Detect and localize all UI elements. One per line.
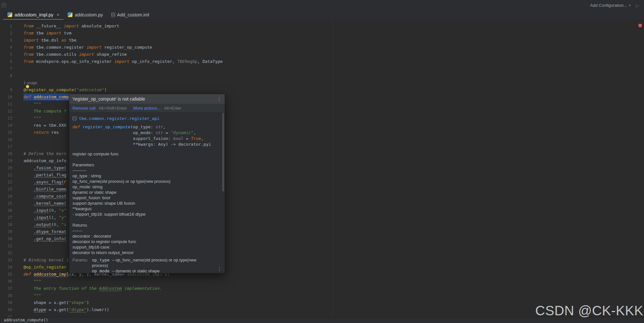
token-sdoc: The compute f (24, 109, 66, 113)
doc-line: register op compute func (72, 151, 222, 157)
line-number: 40 (0, 306, 12, 313)
param-name: op_mode (92, 269, 112, 273)
line-number: 15 (0, 129, 12, 136)
line-number: 31 (0, 242, 12, 250)
signature-line: def register_op_compute(op_type: str, (72, 124, 222, 130)
token-kw: import (24, 38, 41, 43)
code-line: from tbe import tvm (24, 30, 644, 37)
doc-more-icon[interactable]: ⋮ (217, 266, 222, 271)
line-number: 6 (0, 58, 12, 65)
token-pl: tbe (36, 31, 46, 35)
token-pl (24, 165, 33, 170)
token-str: "x" (59, 208, 66, 213)
token-kw: def (72, 124, 82, 129)
line-number: 29 (0, 228, 12, 235)
line-number: 25 (0, 200, 12, 207)
python-file-icon (7, 12, 12, 17)
popup-scrollbar[interactable] (222, 113, 224, 191)
token-pl: absolute_import (81, 24, 119, 28)
token-pl: = x.get( (46, 307, 69, 312)
token-kw: import (46, 31, 64, 35)
error-stripe-badge[interactable] (639, 24, 642, 27)
token-pl: ( (49, 215, 51, 220)
token-pl: ).lower() (87, 307, 109, 312)
token-ul: .kernel_name( (33, 201, 66, 206)
doc-line: ---------- (72, 168, 222, 173)
token-pl (24, 208, 33, 213)
line-number: 34 (0, 264, 12, 271)
token-kw: from (24, 31, 36, 35)
token-pl: shape_refine (97, 52, 127, 57)
token-pl (24, 229, 33, 234)
doc-line: decorator to return output_tensor (72, 250, 222, 255)
inlay-text[interactable]: 1 usage (24, 81, 37, 85)
line-number: 9 (0, 86, 12, 93)
doc-line: op_type : string (72, 173, 222, 179)
token-pl (24, 236, 33, 241)
doc-line: decorator to register compute func (72, 239, 222, 244)
token-pl: tbe.common.register (36, 45, 87, 50)
popup-actions: Remove callAlt+Shift+EnterMore actions..… (69, 104, 225, 113)
token-ty: str (156, 124, 163, 129)
tab-addcustom.py[interactable]: addcustom.py (63, 10, 107, 20)
right-margin-guide (333, 20, 333, 317)
token-kw: as (61, 38, 69, 43)
popup-header: 'register_op_compute' is not callable ⋮ (69, 94, 225, 104)
token-str: "dynamic" (171, 130, 193, 135)
token-pl: , (201, 136, 204, 141)
token-kw: def (24, 272, 33, 277)
params-values: op_type – op_func_name(old process) or o… (92, 257, 198, 273)
run-icon[interactable]: ▷ (636, 3, 639, 8)
params-label: Params: (72, 257, 88, 273)
line-number: 5 (0, 51, 12, 58)
token-pl: ( (51, 222, 54, 227)
code-line: from __future__ import absolute_import (24, 23, 644, 30)
line-number: 23 (0, 186, 12, 193)
tab-label: addcustom_impl.py (14, 12, 53, 17)
token-pl: op_info_register, (132, 59, 177, 64)
token-str: "shape" (69, 300, 87, 305)
tab-Add_custom.iml[interactable]: Add_custom.iml (107, 10, 154, 20)
run-config-selector[interactable]: Add Configuration... ▾ (590, 3, 631, 8)
token-pl: , (54, 208, 59, 213)
token-pl: = (163, 130, 171, 135)
code-line (24, 72, 644, 79)
line-number: 38 (0, 292, 12, 299)
token-str: "addcustom" (76, 87, 104, 92)
token-ul: dtype (33, 307, 46, 312)
code-line: import tbe.dsl as tbe (24, 37, 644, 44)
token-kw: import (64, 24, 81, 28)
token-kw: import (87, 45, 104, 50)
api-module-link[interactable]: tbe.common.register.register_api (79, 116, 159, 121)
more-actions-link[interactable]: More actions... (133, 106, 161, 111)
token-dec: @register_op_compute( (24, 87, 76, 92)
doc-line (72, 217, 222, 222)
remove-call-link[interactable]: Remove call (72, 106, 96, 111)
tab-addcustom_impl.py[interactable]: addcustom_impl.py× (3, 10, 63, 20)
code-line: from mindspore.ops.op_info_register impo… (24, 58, 644, 65)
close-icon[interactable]: × (57, 13, 60, 17)
token-kw: from (24, 52, 36, 57)
python-file-icon (68, 12, 72, 17)
chevron-down-icon: ▾ (629, 4, 630, 7)
token-pl: ( (49, 208, 51, 213)
token-ul: .dtype_format (33, 229, 66, 234)
app-menu-icon[interactable] (2, 3, 6, 7)
token-pl (24, 201, 33, 206)
token-pl: addcustom_op_info (24, 158, 66, 163)
token-kw: return (24, 130, 51, 135)
token-kwi: True (191, 136, 201, 141)
token-ul: .compute_cost (33, 194, 66, 199)
breadcrumb[interactable]: addcustom_compute() (4, 318, 48, 322)
doc-line: op_mode: string (72, 184, 222, 190)
signature-line: **kwargs: Any) -> decorator.pyi (72, 142, 222, 147)
token-pl: tbe.common.utils (36, 52, 79, 57)
doc-line: decorator : decorator (72, 233, 222, 239)
intention-bulb-icon[interactable] (26, 85, 29, 88)
line-number: 33 (0, 257, 12, 264)
more-options-icon[interactable]: ⋮ (217, 96, 222, 102)
line-number: 35 (0, 271, 12, 278)
line-number: 32 (0, 250, 12, 257)
token-com: # Define the kern (24, 151, 66, 156)
line-number: 14 (0, 122, 12, 129)
